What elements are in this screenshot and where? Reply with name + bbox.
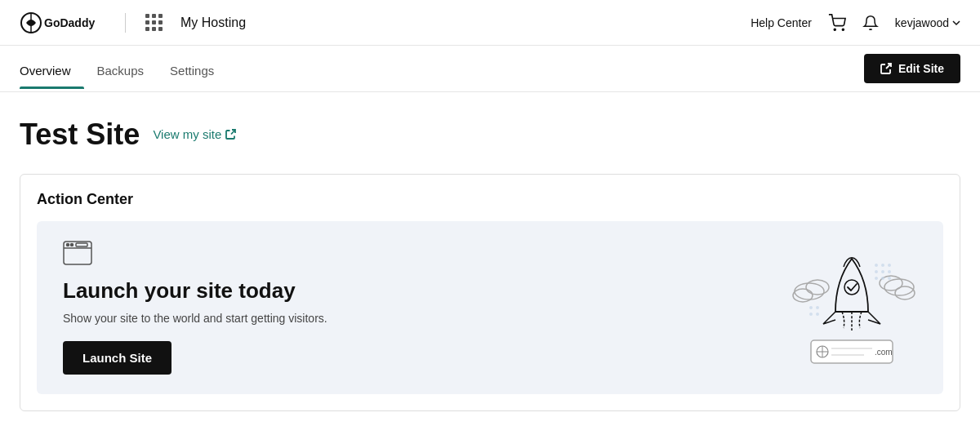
svg-point-3 [834,29,835,30]
tab-overview[interactable]: Overview [20,49,84,89]
nav-right: Help Center kevjawood [751,14,960,32]
tab-settings[interactable]: Settings [157,49,227,89]
view-site-link[interactable]: View my site [153,127,237,141]
svg-point-35 [809,313,813,316]
svg-point-25 [881,264,884,267]
nav-divider [125,13,126,33]
launch-subtext: Show your site to the world and start ge… [63,312,327,325]
logo-area: GoDaddy My Hosting [20,10,246,36]
godaddy-logo[interactable]: GoDaddy [20,10,105,36]
svg-point-8 [71,243,74,246]
svg-rect-9 [76,243,87,246]
svg-point-28 [881,270,884,273]
action-center-title: Action Center [37,191,943,208]
chevron-down-icon [952,19,960,27]
cart-icon[interactable] [828,14,846,32]
site-title-row: Test Site View my site [20,118,960,151]
tab-bar-right: Edit Site [864,46,960,91]
tab-bar: Overview Backups Settings Edit Site [0,46,980,92]
external-link-icon [880,63,892,74]
svg-point-4 [842,29,844,30]
svg-point-24 [875,264,878,267]
svg-point-16 [844,280,859,295]
rocket-illustration: .com [786,242,917,372]
username-label: kevjawood [895,16,949,29]
svg-text:GoDaddy: GoDaddy [44,16,95,29]
page-content: Test Site View my site Action Center [0,92,980,431]
rocket-svg: .com [786,242,917,369]
action-center-card: Action Center Launch your site today Sho… [20,174,960,411]
section-label: My Hosting [180,16,246,30]
browser-icon-row [63,241,327,268]
launch-banner: Launch your site today Show your site to… [37,221,943,394]
site-title: Test Site [20,118,140,151]
edit-site-button[interactable]: Edit Site [864,54,960,83]
svg-point-29 [888,270,891,273]
svg-point-33 [809,306,813,309]
launch-site-button[interactable]: Launch Site [63,341,172,375]
svg-point-27 [875,270,878,273]
svg-point-30 [875,277,878,280]
notifications-bell-icon[interactable] [862,14,879,32]
svg-point-31 [881,277,884,280]
user-menu[interactable]: kevjawood [895,16,960,29]
svg-point-32 [888,277,891,280]
svg-point-7 [67,243,69,246]
launch-banner-left: Launch your site today Show your site to… [63,241,327,375]
tab-backups[interactable]: Backups [84,49,158,89]
browser-icon [63,241,92,265]
svg-point-36 [816,313,819,316]
launch-headline: Launch your site today [63,278,327,304]
help-center-link[interactable]: Help Center [751,16,812,29]
top-nav: GoDaddy My Hosting Help Center kev [0,0,980,46]
apps-grid-icon[interactable] [145,14,163,31]
svg-point-26 [888,264,891,267]
svg-point-15 [895,286,915,299]
svg-text:.com: .com [875,348,893,357]
svg-point-10 [795,283,824,299]
svg-point-11 [806,280,829,295]
svg-point-34 [816,306,819,309]
external-link-small-icon [225,129,237,140]
